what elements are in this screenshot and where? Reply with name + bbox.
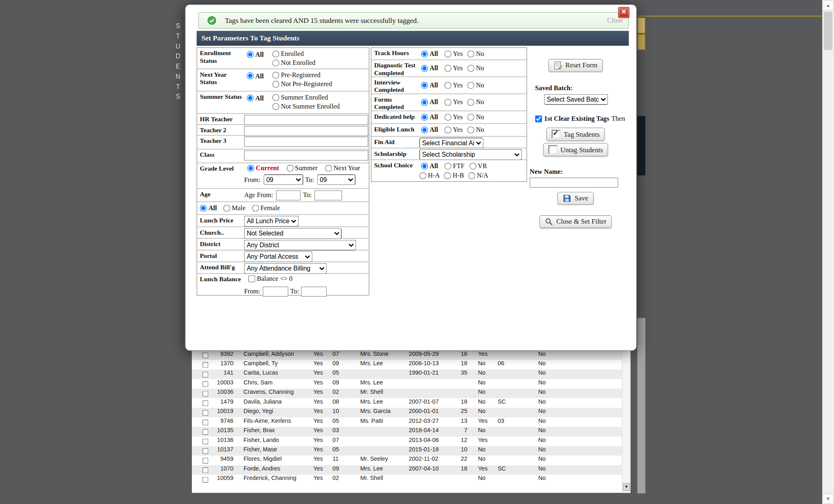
balance-to-input[interactable] bbox=[301, 286, 327, 297]
balance-nonzero-option[interactable]: Balance <> 0 bbox=[248, 275, 292, 283]
diagnostic-no-option[interactable]: No bbox=[467, 61, 484, 75]
diagnostic-all-option[interactable]: All bbox=[421, 61, 438, 75]
diagnostic-yes-option[interactable]: Yes bbox=[445, 61, 463, 75]
table-scroll-down-icon[interactable]: ▼ bbox=[623, 483, 630, 491]
interview-no-option[interactable]: No bbox=[467, 78, 484, 93]
dedicated-no-option[interactable]: No bbox=[467, 112, 484, 122]
grade-current-radio[interactable] bbox=[247, 165, 254, 172]
grade-current-option[interactable]: Current bbox=[247, 164, 279, 173]
school-choice-ftf-radio[interactable] bbox=[445, 163, 451, 170]
teacher3-input[interactable] bbox=[244, 137, 368, 147]
saved-batch-select[interactable]: Select Saved Batch bbox=[544, 94, 608, 105]
attend-billing-select[interactable]: Any Attendance Billing bbox=[244, 263, 327, 274]
lunch-price-select[interactable]: All Lunch Prices bbox=[244, 216, 298, 226]
dedicated-no-radio[interactable] bbox=[467, 114, 474, 121]
dedicated-all-radio[interactable] bbox=[421, 114, 428, 121]
track-hours-all-option[interactable]: All bbox=[421, 49, 438, 58]
school-choice-hb-option[interactable]: H-B bbox=[444, 172, 464, 180]
diagnostic-all-radio[interactable] bbox=[421, 65, 428, 72]
row-checkbox[interactable] bbox=[202, 352, 208, 358]
summer-not-enrolled-option[interactable]: Not Summer Enrolled bbox=[272, 102, 340, 111]
teacher2-input[interactable] bbox=[244, 126, 368, 136]
diagnostic-yes-radio[interactable] bbox=[445, 65, 451, 72]
hr-teacher-input[interactable] bbox=[244, 115, 368, 125]
class-input[interactable] bbox=[244, 151, 368, 161]
grade-next-year-option[interactable]: Next Year bbox=[325, 164, 360, 173]
next-year-pre-registered-radio[interactable] bbox=[272, 72, 279, 79]
balance-from-input[interactable] bbox=[262, 286, 288, 297]
summer-enrolled-radio[interactable] bbox=[272, 94, 279, 101]
forms-all-option[interactable]: All bbox=[421, 95, 438, 109]
row-checkbox[interactable] bbox=[202, 410, 208, 415]
row-checkbox[interactable] bbox=[202, 438, 208, 444]
track-hours-yes-radio[interactable] bbox=[445, 50, 451, 57]
row-checkbox[interactable] bbox=[202, 391, 208, 396]
school-choice-ha-option[interactable]: H-A bbox=[419, 172, 440, 180]
school-choice-vr-option[interactable]: VR bbox=[469, 162, 487, 170]
row-checkbox[interactable] bbox=[202, 371, 208, 377]
diagnostic-no-radio[interactable] bbox=[467, 65, 474, 72]
eligible-all-option[interactable]: All bbox=[421, 125, 438, 135]
dedicated-yes-radio[interactable] bbox=[445, 114, 451, 121]
untag-students-button[interactable]: Untag Students bbox=[543, 143, 608, 156]
forms-yes-option[interactable]: Yes bbox=[445, 95, 463, 109]
grade-to-select[interactable]: 09 bbox=[317, 174, 356, 185]
eligible-all-radio[interactable] bbox=[421, 127, 428, 133]
row-checkbox[interactable] bbox=[202, 448, 208, 454]
school-choice-na-option[interactable]: N/A bbox=[468, 172, 488, 180]
new-name-input[interactable] bbox=[530, 178, 618, 188]
school-choice-all-option[interactable]: All bbox=[421, 162, 438, 170]
age-to-input[interactable] bbox=[314, 190, 342, 200]
next-year-not-pre-registered-radio[interactable] bbox=[272, 81, 279, 88]
eligible-yes-radio[interactable] bbox=[445, 127, 451, 133]
school-choice-ftf-option[interactable]: FTF bbox=[445, 162, 465, 170]
enrollment-not-enrolled-option[interactable]: Not Enrolled bbox=[272, 59, 316, 67]
scrollbar-thumb[interactable] bbox=[824, 12, 832, 50]
tag-students-button[interactable]: ✓ Tag Students bbox=[546, 128, 605, 141]
forms-all-radio[interactable] bbox=[421, 99, 428, 106]
next-year-not-pre-registered-option[interactable]: Not Pre-Registered bbox=[272, 80, 332, 89]
balance-nonzero-checkbox[interactable] bbox=[248, 275, 255, 282]
row-checkbox[interactable] bbox=[202, 362, 208, 368]
summer-all-option[interactable]: All bbox=[247, 93, 272, 112]
page-scrollbar[interactable]: ▲ ▼ bbox=[822, 0, 834, 504]
track-hours-yes-option[interactable]: Yes bbox=[445, 49, 463, 58]
summer-enrolled-option[interactable]: Summer Enrolled bbox=[272, 93, 340, 102]
church-select[interactable]: Not Selected bbox=[244, 228, 342, 239]
eligible-no-option[interactable]: No bbox=[467, 125, 484, 135]
school-choice-hb-radio[interactable] bbox=[444, 172, 451, 179]
gender-male-option[interactable]: Male bbox=[223, 203, 245, 213]
enrollment-all-radio[interactable] bbox=[247, 51, 254, 58]
row-checkbox[interactable] bbox=[202, 457, 208, 463]
enrollment-enrolled-option[interactable]: Enrolled bbox=[272, 50, 316, 58]
dedicated-all-option[interactable]: All bbox=[421, 112, 438, 122]
grade-summer-option[interactable]: Summer bbox=[287, 164, 318, 173]
enrollment-enrolled-radio[interactable] bbox=[272, 51, 279, 58]
track-hours-no-radio[interactable] bbox=[467, 50, 474, 57]
row-checkbox[interactable] bbox=[202, 477, 208, 482]
scroll-down-icon[interactable]: ▼ bbox=[822, 493, 834, 504]
track-hours-all-radio[interactable] bbox=[421, 50, 428, 57]
enrollment-all-option[interactable]: All bbox=[247, 49, 272, 68]
forms-no-option[interactable]: No bbox=[467, 95, 484, 109]
reset-form-button[interactable]: Reset Form bbox=[548, 59, 603, 72]
school-choice-ha-radio[interactable] bbox=[419, 172, 426, 179]
row-checkbox[interactable] bbox=[202, 419, 208, 425]
table-scrollbar[interactable]: ▼ bbox=[622, 351, 630, 493]
grade-next-year-radio[interactable] bbox=[325, 165, 332, 172]
fin-aid-select[interactable]: Select Financial Aid bbox=[419, 138, 483, 148]
save-button[interactable]: Save bbox=[558, 192, 594, 204]
interview-no-radio[interactable] bbox=[467, 82, 474, 89]
next-year-all-option[interactable]: All bbox=[247, 70, 272, 90]
row-checkbox[interactable] bbox=[202, 381, 208, 386]
clear-existing-tags-checkbox[interactable] bbox=[535, 115, 542, 122]
modal-close-button[interactable]: ✕ bbox=[618, 7, 629, 18]
summer-all-radio[interactable] bbox=[247, 95, 254, 102]
track-hours-no-option[interactable]: No bbox=[467, 49, 484, 58]
gender-female-option[interactable]: Female bbox=[252, 203, 280, 213]
interview-all-option[interactable]: All bbox=[421, 78, 438, 93]
gender-female-radio[interactable] bbox=[252, 205, 259, 212]
grade-from-select[interactable]: 09 bbox=[264, 174, 303, 185]
interview-yes-radio[interactable] bbox=[445, 82, 451, 89]
school-choice-all-radio[interactable] bbox=[421, 163, 428, 170]
